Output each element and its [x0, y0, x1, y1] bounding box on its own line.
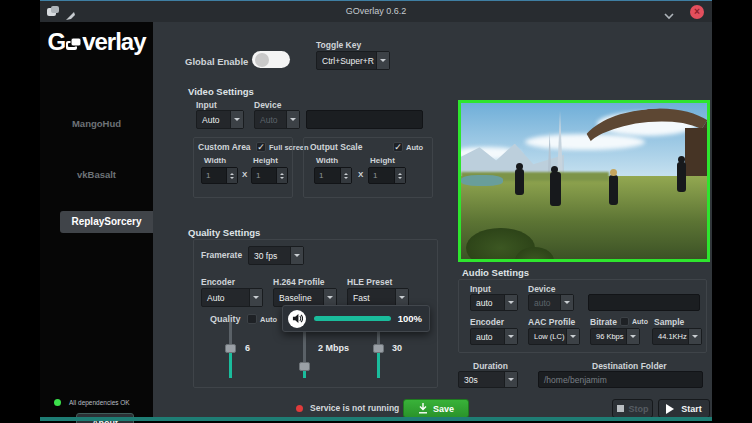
app-window: GOverlay 0.6.2 × Gverlay MangoHud vkBasa… — [40, 0, 712, 421]
audio-input-dropdown[interactable]: auto — [470, 294, 518, 311]
dropdown-arrow-icon — [626, 329, 639, 344]
sidebar: Gverlay MangoHud vkBasalt ReplaySorcery … — [40, 22, 153, 421]
video-device-field[interactable] — [306, 110, 423, 129]
global-enable-label: Global Enable — [185, 56, 248, 67]
slider-handle[interactable] — [373, 344, 384, 353]
duration-label: Duration — [473, 361, 508, 371]
preview-character — [550, 172, 561, 206]
dropdown-arrow-icon — [560, 295, 573, 310]
quality-auto-checkbox[interactable] — [247, 314, 257, 324]
global-enable-toggle[interactable] — [252, 51, 290, 68]
spin-arrows-icon[interactable] — [340, 168, 351, 183]
custom-height-spinbox[interactable]: 1 — [251, 167, 288, 184]
save-download-icon — [418, 403, 428, 414]
dropdown-arrow-icon — [504, 372, 517, 387]
video-device-label: Device — [254, 100, 281, 110]
window-bottom-edge — [40, 417, 712, 421]
output-scale-title: Output Scale — [310, 142, 362, 152]
quality-slider-value: 6 — [245, 343, 250, 353]
audio-device-dropdown[interactable]: auto — [528, 294, 574, 311]
sidebar-item-vkbasalt[interactable]: vkBasalt — [40, 169, 153, 180]
dependency-status: All dependencies OK — [54, 399, 130, 406]
audio-input-label: Input — [470, 284, 491, 294]
encoder-dropdown[interactable]: Auto — [201, 288, 263, 307]
spin-arrows-icon[interactable] — [394, 168, 405, 183]
aac-profile-dropdown[interactable]: Low (LC) — [528, 328, 580, 345]
duration-dropdown[interactable]: 30s — [458, 371, 518, 388]
scale-width-spinbox[interactable]: 1 — [314, 167, 352, 184]
volume-value: 100% — [398, 313, 422, 324]
hle-preset-label: HLE Preset — [347, 277, 392, 287]
bitrate-dropdown[interactable]: 96 Kbps — [590, 328, 640, 345]
custom-area-title: Custom Area — [198, 142, 251, 152]
preview-character — [677, 162, 686, 192]
slider-handle[interactable] — [299, 362, 310, 371]
custom-width-spinbox[interactable]: 1 — [201, 167, 238, 184]
window-title: GOverlay 0.6.2 — [40, 6, 712, 16]
screen: GOverlay 0.6.2 × Gverlay MangoHud vkBasa… — [0, 0, 752, 423]
h264-profile-label: H.264 Profile — [273, 277, 325, 287]
bitrate-auto-label: Auto — [632, 318, 648, 325]
framerate-dropdown[interactable]: 30 fps — [248, 246, 304, 265]
game-preview — [458, 100, 710, 262]
custom-width-label: Width — [204, 156, 226, 165]
sidebar-item-replaysorcery[interactable]: ReplaySorcery — [60, 211, 153, 233]
dropdown-arrow-icon — [230, 111, 243, 128]
quality-slider[interactable] — [229, 322, 232, 378]
speaker-icon[interactable] — [288, 310, 306, 328]
video-input-dropdown[interactable]: Auto — [196, 110, 244, 129]
titlebar: GOverlay 0.6.2 × — [40, 0, 712, 22]
audio-device-label: Device — [528, 284, 555, 294]
video-input-label: Input — [196, 100, 217, 110]
audio-encoder-dropdown[interactable]: auto — [470, 328, 518, 345]
quality-label: Quality — [210, 314, 241, 324]
destination-folder-label: Destination Folder — [592, 361, 667, 371]
save-button[interactable]: Save — [403, 399, 469, 418]
dropdown-arrow-icon — [376, 52, 389, 69]
quality-auto-label: Auto — [260, 315, 277, 324]
scale-height-label: Height — [370, 156, 395, 165]
start-button[interactable]: Start — [658, 399, 710, 418]
output-scale-auto-checkbox[interactable]: ✓ — [393, 142, 403, 152]
dropdown-arrow-icon — [504, 329, 517, 344]
toggle-key-dropdown[interactable]: Ctrl+Super+R — [316, 51, 390, 70]
dropdown-arrow-icon — [323, 289, 336, 306]
spin-arrows-icon[interactable] — [276, 168, 287, 183]
spin-arrows-icon[interactable] — [226, 168, 237, 183]
framerate-label: Framerate — [201, 250, 242, 260]
output-scale-auto-label: Auto — [406, 143, 423, 152]
encoder-label: Encoder — [201, 277, 235, 287]
slider-handle[interactable] — [225, 344, 236, 353]
video-settings-title: Video Settings — [188, 86, 254, 97]
fullscreen-checkbox[interactable]: ✓ — [256, 142, 266, 152]
dropdown-arrow-icon — [290, 247, 303, 264]
dropdown-arrow-icon — [504, 295, 517, 310]
bitrate-slider-value: 2 Mbps — [318, 343, 349, 353]
audio-settings-title: Audio Settings — [462, 267, 529, 278]
preview-character — [609, 175, 618, 205]
audio-device-field[interactable] — [588, 294, 700, 311]
sample-label: Sample — [654, 317, 684, 327]
stop-button[interactable]: Stop — [612, 399, 653, 418]
chevron-down-icon[interactable] — [664, 7, 674, 17]
sample-dropdown[interactable]: 44.1KHz — [652, 328, 702, 345]
output-scale-separator: X — [358, 170, 363, 179]
aac-profile-label: AAC Profile — [528, 317, 575, 327]
close-button[interactable]: × — [690, 5, 704, 19]
volume-slider[interactable] — [314, 316, 391, 321]
sidebar-item-mangohud[interactable]: MangoHud — [40, 118, 153, 129]
bitrate-auto-checkbox[interactable] — [620, 317, 629, 326]
video-device-dropdown[interactable]: Auto — [254, 110, 300, 129]
layers-icon — [65, 37, 82, 52]
destination-folder-field[interactable]: /home/benjamim — [538, 371, 703, 388]
play-icon — [666, 404, 679, 414]
scale-width-label: Width — [316, 156, 338, 165]
dropdown-arrow-icon — [566, 329, 579, 344]
green-status-dot — [54, 399, 61, 406]
dropdown-arrow-icon — [688, 329, 701, 344]
audio-encoder-label: Encoder — [470, 317, 504, 327]
app-logo: Gverlay — [40, 28, 153, 56]
toggle-key-label: Toggle Key — [316, 40, 361, 50]
bitrate-label: Bitrate — [590, 317, 617, 327]
scale-height-spinbox[interactable]: 1 — [368, 167, 406, 184]
